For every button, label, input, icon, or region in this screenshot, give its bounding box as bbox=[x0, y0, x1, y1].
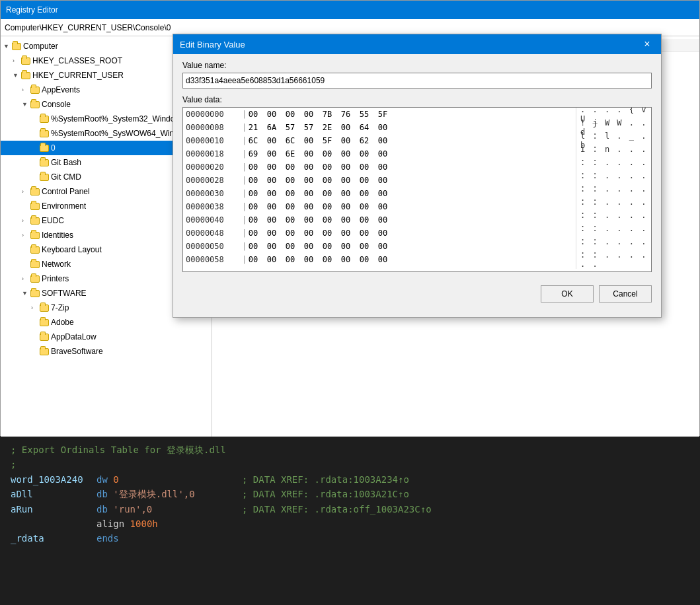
folder-icon bbox=[30, 186, 40, 197]
hex-byte-value: 00 bbox=[301, 176, 316, 185]
tree-chevron: › bbox=[31, 304, 39, 311]
tree-item-label: 7-Zip bbox=[51, 303, 69, 312]
hex-byte-value: 00 bbox=[264, 215, 279, 225]
hex-bytes: 0000000000000000 bbox=[246, 176, 576, 185]
hex-byte-value: 00 bbox=[375, 176, 390, 185]
hex-byte-value: 00 bbox=[301, 255, 316, 264]
folder-icon bbox=[30, 230, 40, 240]
hex-byte-value: 00 bbox=[264, 176, 279, 185]
ida-instruction: ends bbox=[97, 531, 242, 546]
hex-byte-value: 00 bbox=[246, 162, 260, 172]
hex-byte-value: 00 bbox=[301, 189, 316, 198]
edit-binary-dialog: Edit Binary Value × Value name: Value da… bbox=[173, 34, 662, 318]
hex-byte-value: 00 bbox=[283, 202, 297, 211]
hex-byte-value: 00 bbox=[375, 202, 390, 211]
hex-bytes: 0000000000000000 bbox=[246, 202, 576, 211]
folder-icon bbox=[39, 317, 50, 328]
hex-byte-value: 00 bbox=[320, 255, 334, 264]
ok-button[interactable]: OK bbox=[541, 285, 594, 302]
hex-bytes: 6C006C005F006200 bbox=[246, 136, 576, 145]
folder-icon bbox=[20, 55, 31, 66]
hex-byte-value: 6E bbox=[283, 149, 297, 159]
ida-comment-1-text: ; Export Ordinals Table for 登录模块.dll bbox=[11, 443, 226, 457]
hex-byte-value: 00 bbox=[264, 202, 279, 211]
hex-byte-value: 00 bbox=[301, 242, 316, 251]
tree-item-label: BraveSoftware bbox=[51, 347, 103, 356]
folder-icon bbox=[39, 172, 50, 182]
hex-byte-value: 00 bbox=[357, 162, 371, 172]
hex-byte-value: 00 bbox=[338, 215, 353, 225]
hex-byte-value: 00 bbox=[283, 242, 297, 251]
tree-chevron: › bbox=[22, 188, 30, 195]
hex-byte-value: 00 bbox=[246, 242, 260, 251]
tree-item-label: HKEY_CURRENT_USER bbox=[32, 71, 124, 80]
tree-chevron: › bbox=[22, 232, 30, 238]
hex-byte-value: 6A bbox=[264, 123, 279, 132]
hex-byte-value: 00 bbox=[320, 242, 334, 251]
dialog-title-text: Edit Binary Value bbox=[180, 40, 245, 50]
folder-icon bbox=[20, 70, 31, 81]
folder-icon bbox=[30, 244, 40, 255]
hex-byte-value: 00 bbox=[375, 242, 390, 251]
tree-item-label: Identities bbox=[42, 231, 73, 240]
hex-byte-value: 00 bbox=[357, 242, 371, 251]
ida-comment-text: ; DATA XREF: .rdata:1003A21C↑o bbox=[242, 487, 409, 501]
hex-byte-value: 57 bbox=[283, 123, 297, 132]
tree-item-label: Network bbox=[42, 260, 71, 269]
hex-byte-value: 00 bbox=[246, 255, 260, 264]
address-bar-text: Computer\HKEY_CURRENT_USER\Console\0 bbox=[5, 23, 171, 32]
hex-byte-value: 00 bbox=[301, 149, 316, 159]
hex-byte-value: 2E bbox=[320, 123, 334, 132]
ida-instruction: db 'run',0 bbox=[97, 502, 242, 516]
tree-chevron: › bbox=[22, 87, 30, 93]
tree-item-label: AppEvents bbox=[42, 85, 80, 94]
hex-byte-value: 6C bbox=[283, 136, 297, 145]
folder-icon bbox=[30, 273, 40, 284]
folder-icon bbox=[30, 288, 40, 299]
tree-item-label: Adobe bbox=[51, 318, 74, 327]
ida-comment-line-2: ; bbox=[11, 457, 689, 472]
tree-item-label: SOFTWARE bbox=[42, 289, 87, 298]
hex-byte-value: 00 bbox=[375, 149, 390, 159]
ida-disassembly: ; Export Ordinals Table for 登录模块.dll ; w… bbox=[0, 436, 700, 605]
hex-byte-value: 76 bbox=[338, 110, 353, 119]
hex-address: 00000038 bbox=[186, 202, 242, 211]
tree-chevron: › bbox=[22, 217, 30, 224]
hex-byte-value: 00 bbox=[283, 215, 297, 225]
value-name-label: Value name: bbox=[182, 61, 652, 70]
tree-item-label: EUDC bbox=[42, 216, 64, 225]
hex-byte-value: 00 bbox=[246, 202, 260, 211]
hex-byte-value: 00 bbox=[283, 255, 297, 264]
hex-byte-value: 00 bbox=[246, 215, 260, 225]
ida-label: aDll bbox=[11, 487, 97, 501]
value-name-input[interactable] bbox=[182, 73, 652, 89]
ida-instruction: align 1000h bbox=[97, 516, 242, 531]
hex-byte-value: 5F bbox=[375, 110, 390, 119]
hex-byte-value: 00 bbox=[338, 123, 353, 132]
ida-code-line: align 1000h bbox=[11, 516, 689, 531]
folder-icon bbox=[30, 215, 40, 226]
tree-item-label: Git CMD bbox=[51, 172, 81, 182]
hex-address: 00000008 bbox=[186, 123, 242, 132]
hex-byte-value: 00 bbox=[357, 229, 371, 238]
tree-item-bravesoftware[interactable]: BraveSoftware bbox=[1, 344, 212, 359]
hex-byte-value: 00 bbox=[283, 110, 297, 119]
hex-byte-value: 00 bbox=[375, 136, 390, 145]
hex-byte-value: 00 bbox=[357, 215, 371, 225]
cancel-button[interactable]: Cancel bbox=[599, 285, 652, 302]
tree-item-appdatalow[interactable]: AppDataLow bbox=[1, 330, 212, 344]
hex-table[interactable]: 00000000|000000007B76555F. . . . { v U _… bbox=[182, 107, 652, 272]
ida-instruction: db '登录模块.dll',0 bbox=[97, 487, 242, 501]
tree-chevron: ▼ bbox=[22, 290, 30, 297]
dialog-close-button[interactable]: × bbox=[640, 37, 654, 52]
tree-chevron: ▼ bbox=[22, 101, 30, 108]
hex-address: 00000050 bbox=[186, 242, 242, 251]
ida-code-line: aRundb 'run',0; DATA XREF: .rdata:off_10… bbox=[11, 502, 689, 516]
hex-bytes: 0000000000000000 bbox=[246, 255, 576, 264]
hex-byte-value: 00 bbox=[357, 149, 371, 159]
ida-label: _rdata bbox=[11, 531, 97, 546]
folder-icon bbox=[11, 41, 22, 52]
tree-item-label: Console bbox=[42, 100, 71, 109]
hex-byte-value: 00 bbox=[264, 255, 279, 264]
tree-chevron: › bbox=[13, 57, 20, 64]
